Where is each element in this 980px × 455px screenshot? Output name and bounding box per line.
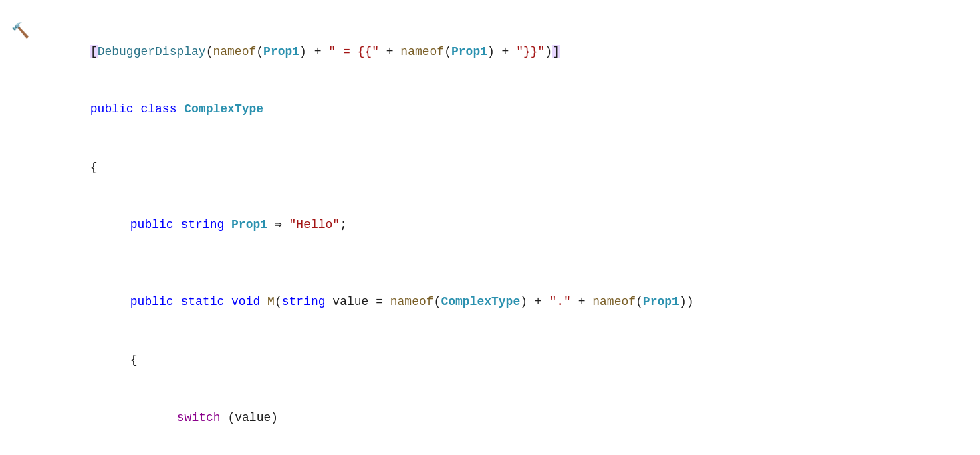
line6-content: public static void M(string value = name… bbox=[40, 274, 980, 331]
code-editor: 🔨 [DebuggerDisplay(nameof(Prop1) + " = {… bbox=[0, 13, 980, 455]
prop1-ref-3: Prop1 bbox=[643, 295, 679, 308]
kw-string-2: string bbox=[282, 295, 326, 308]
nameof-2: nameof bbox=[400, 45, 444, 58]
kw-public-3: public bbox=[130, 295, 174, 308]
prop1-ref-1: Prop1 bbox=[263, 45, 299, 58]
line1-content: [DebuggerDisplay(nameof(Prop1) + " = {{"… bbox=[40, 23, 980, 80]
kw-void: void bbox=[231, 295, 260, 308]
code-line-8: switch (value) bbox=[0, 389, 980, 446]
line4-content: public string Prop1 ⇒ "Hello"; bbox=[40, 196, 980, 254]
str-2: "}}" bbox=[516, 45, 545, 58]
nameof-3: nameof bbox=[390, 295, 434, 308]
str-dot-1: "." bbox=[549, 295, 570, 308]
kw-static: static bbox=[180, 295, 224, 308]
line7-content: { bbox=[40, 331, 980, 389]
hammer-icon: 🔨 bbox=[11, 20, 29, 43]
line5-content bbox=[40, 254, 980, 274]
line2-content: public class ComplexType bbox=[40, 80, 980, 138]
code-line-1: 🔨 [DebuggerDisplay(nameof(Prop1) + " = {… bbox=[0, 20, 980, 80]
prop1-ref-2: Prop1 bbox=[451, 45, 487, 58]
code-line-9: { bbox=[0, 447, 980, 455]
kw-public-2: public bbox=[130, 218, 174, 232]
code-line-5 bbox=[0, 254, 980, 274]
code-line-7: { bbox=[0, 331, 980, 389]
kw-class: class bbox=[140, 102, 176, 116]
code-line-3: { bbox=[0, 139, 980, 196]
code-line-2: public class ComplexType bbox=[0, 80, 980, 138]
close-bracket: ] bbox=[552, 45, 560, 58]
kw-public-1: public bbox=[90, 102, 134, 116]
method-m: M bbox=[267, 295, 275, 308]
line9-content: { bbox=[40, 447, 980, 455]
code-line-4: public string Prop1 ⇒ "Hello"; bbox=[0, 196, 980, 254]
line3-content: { bbox=[40, 139, 980, 196]
attr-name: DebuggerDisplay bbox=[98, 45, 206, 58]
prop1-decl: Prop1 bbox=[231, 218, 267, 232]
code-line-6: public static void M(string value = name… bbox=[0, 274, 980, 331]
class-complextype: ComplexType bbox=[184, 102, 263, 116]
complextype-ref-1: ComplexType bbox=[441, 295, 520, 308]
line8-content: switch (value) bbox=[40, 389, 980, 446]
kw-string-1: string bbox=[180, 218, 224, 232]
str-1: " = {{" bbox=[328, 45, 379, 58]
gutter-1: 🔨 bbox=[0, 20, 40, 43]
open-bracket: [ bbox=[90, 45, 98, 58]
nameof-4: nameof bbox=[592, 295, 636, 308]
str-hello: "Hello" bbox=[289, 218, 340, 232]
nameof-1: nameof bbox=[213, 45, 256, 58]
kw-switch: switch bbox=[177, 411, 221, 424]
